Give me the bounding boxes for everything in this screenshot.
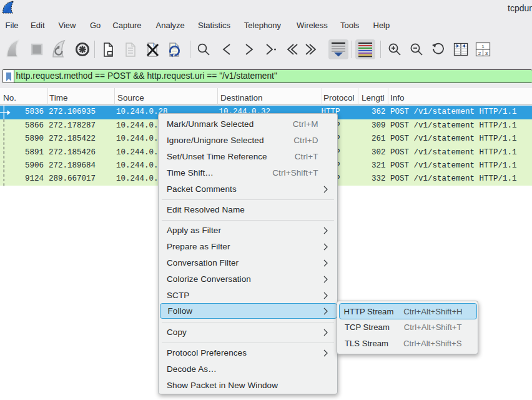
svg-text:3: 3	[485, 51, 488, 56]
svg-text:1: 1	[481, 44, 485, 49]
svg-text:2: 2	[478, 51, 481, 56]
